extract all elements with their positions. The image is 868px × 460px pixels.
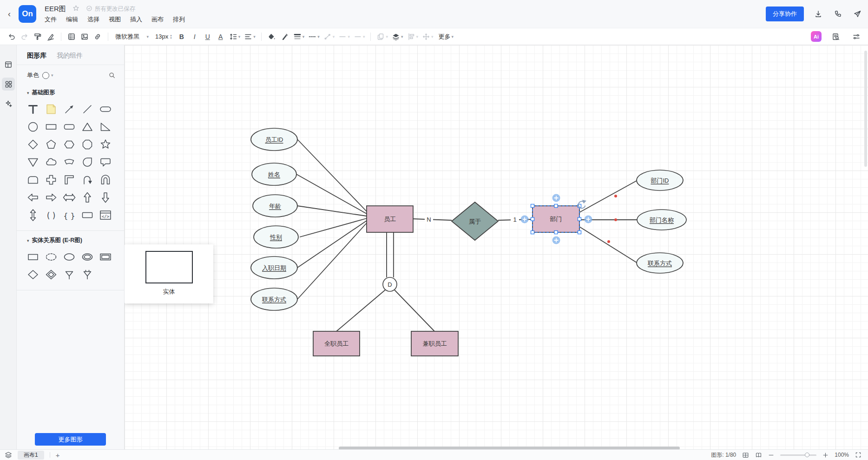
zoom-in-button[interactable] xyxy=(822,452,829,458)
er-multivalued-attribute-shape[interactable] xyxy=(79,248,96,266)
text-align-icon[interactable]: ▾ xyxy=(243,31,257,43)
parentheses-shape[interactable]: ( ) xyxy=(42,206,60,224)
line-color-icon[interactable] xyxy=(279,31,291,43)
arrow-down-shape[interactable] xyxy=(97,189,114,206)
er-relationship-shape[interactable] xyxy=(24,266,42,283)
layers-icon[interactable]: ▾ xyxy=(390,31,405,43)
rectangle-2-shape[interactable] xyxy=(79,206,96,224)
section-header-2[interactable]: ▾实体关系图 (E-R图) xyxy=(17,232,124,246)
menu-2[interactable]: 编辑 xyxy=(66,15,78,24)
line-weight-icon[interactable]: ▾ xyxy=(292,31,306,43)
find-replace-icon[interactable] xyxy=(830,31,842,43)
fullscreen-icon[interactable] xyxy=(855,452,861,458)
er-weak-entity-shape[interactable] xyxy=(97,248,114,266)
er-identifying-relationship-shape[interactable] xyxy=(42,266,60,283)
color-mode-swatch[interactable] xyxy=(42,72,49,79)
zoom-slider-thumb[interactable] xyxy=(805,453,809,457)
color-mode-label[interactable]: 单色 xyxy=(27,71,39,79)
more-button[interactable]: 更多▾ xyxy=(436,31,457,43)
braces-shape[interactable]: { } xyxy=(60,206,78,224)
pentagon-shape[interactable] xyxy=(42,136,60,153)
menu-1[interactable]: 文件 xyxy=(45,15,57,24)
connector-line[interactable] xyxy=(336,290,385,331)
connector-line[interactable] xyxy=(579,227,637,263)
connector-line[interactable] xyxy=(297,206,367,216)
star-shape[interactable] xyxy=(97,136,114,153)
menu-7[interactable]: 排列 xyxy=(173,15,185,24)
diamond-shape[interactable] xyxy=(24,136,42,153)
text-shape[interactable] xyxy=(24,100,42,118)
zoom-slider[interactable] xyxy=(780,454,816,456)
share-collaborate-button[interactable]: 分享协作 xyxy=(766,7,804,21)
cross-shape[interactable] xyxy=(42,171,60,189)
arrow-right-shape[interactable] xyxy=(42,189,60,206)
phone-icon[interactable] xyxy=(834,10,842,18)
vertical-scrollbar[interactable] xyxy=(864,51,867,167)
font-size-select[interactable]: 13px▴▾ xyxy=(152,31,175,43)
round-top-rectangle-shape[interactable] xyxy=(24,171,42,189)
line-shape[interactable] xyxy=(79,100,96,118)
font-color-button[interactable]: A xyxy=(215,31,227,43)
arrow-left-shape[interactable] xyxy=(24,189,42,206)
er-multi-subclass-connector-shape[interactable] xyxy=(79,266,96,283)
page-grid-icon[interactable] xyxy=(742,452,749,459)
connection-point[interactable] xyxy=(607,240,610,243)
triangle-shape[interactable] xyxy=(79,118,96,136)
sticky-note-shape[interactable] xyxy=(42,100,60,118)
ai-generate-icon[interactable] xyxy=(2,97,15,110)
minimap-icon[interactable] xyxy=(755,452,762,459)
download-icon[interactable] xyxy=(814,10,822,18)
italic-button[interactable]: I xyxy=(189,31,201,43)
connector-line[interactable] xyxy=(579,181,637,212)
arrow-left-right-shape[interactable] xyxy=(60,189,78,206)
selection-handle[interactable] xyxy=(554,204,558,208)
templates-icon[interactable] xyxy=(2,58,15,71)
code-block-shape[interactable]: </> xyxy=(97,206,114,224)
selection-handle[interactable] xyxy=(531,231,534,234)
zoom-level[interactable]: 100% xyxy=(835,452,849,458)
menu-6[interactable]: 画布 xyxy=(151,15,164,24)
ai-assistant-button[interactable]: Ai xyxy=(811,31,822,42)
connector-line[interactable] xyxy=(296,174,367,214)
menu-5[interactable]: 插入 xyxy=(130,15,142,24)
zoom-out-button[interactable] xyxy=(768,452,774,458)
speech-bubble-shape[interactable] xyxy=(97,153,114,171)
u-shape-shape[interactable] xyxy=(97,171,114,189)
back-button[interactable]: ‹ xyxy=(0,9,19,19)
underline-button[interactable]: U xyxy=(202,31,214,43)
panel-tab-my-components[interactable]: 我的组件 xyxy=(57,52,83,60)
connection-point[interactable] xyxy=(614,218,617,221)
u-turn-arrow-shape[interactable] xyxy=(79,171,96,189)
link-icon[interactable] xyxy=(92,31,104,43)
line-height-icon[interactable]: ▾ xyxy=(228,31,242,43)
connector-line[interactable] xyxy=(297,139,367,211)
cardinality-label[interactable]: N xyxy=(427,216,431,223)
arrow-up-down-shape[interactable] xyxy=(24,206,42,224)
arrow-up-shape[interactable] xyxy=(79,189,96,206)
panel-tab-library[interactable]: 图形库 xyxy=(27,52,46,60)
bold-button[interactable]: B xyxy=(176,31,188,43)
favorite-star-icon[interactable] xyxy=(72,5,79,13)
rounded-rectangle-shape[interactable] xyxy=(60,118,78,136)
er-attribute-shape[interactable] xyxy=(60,248,78,266)
right-triangle-shape[interactable] xyxy=(97,118,114,136)
menu-3[interactable]: 选择 xyxy=(87,15,99,24)
er-subclass-connector-shape[interactable] xyxy=(60,266,78,283)
connector-line[interactable] xyxy=(395,290,434,331)
canvas[interactable]: N1员工ID姓名年龄性别入职日期联系方式部门ID部门名称联系方式员工部门全职员工… xyxy=(125,45,868,449)
octagon-shape[interactable] xyxy=(79,136,96,153)
format-painter-icon[interactable] xyxy=(32,31,44,43)
pill-shape[interactable] xyxy=(97,100,114,118)
font-family-select[interactable]: 微软雅黑▾ xyxy=(112,31,151,43)
arrow-northeast-shape[interactable] xyxy=(60,100,78,118)
clear-format-icon[interactable] xyxy=(45,31,57,43)
rectangle-shape[interactable] xyxy=(42,118,60,136)
connection-point[interactable] xyxy=(614,195,617,197)
table-icon[interactable] xyxy=(66,31,78,43)
image-icon[interactable] xyxy=(79,31,91,43)
search-shapes-icon[interactable] xyxy=(108,72,116,79)
cardinality-label[interactable]: 1 xyxy=(513,216,516,223)
inverted-triangle-shape[interactable] xyxy=(24,153,42,171)
corner-shape[interactable] xyxy=(60,171,78,189)
arc-shape-shape[interactable] xyxy=(60,153,78,171)
